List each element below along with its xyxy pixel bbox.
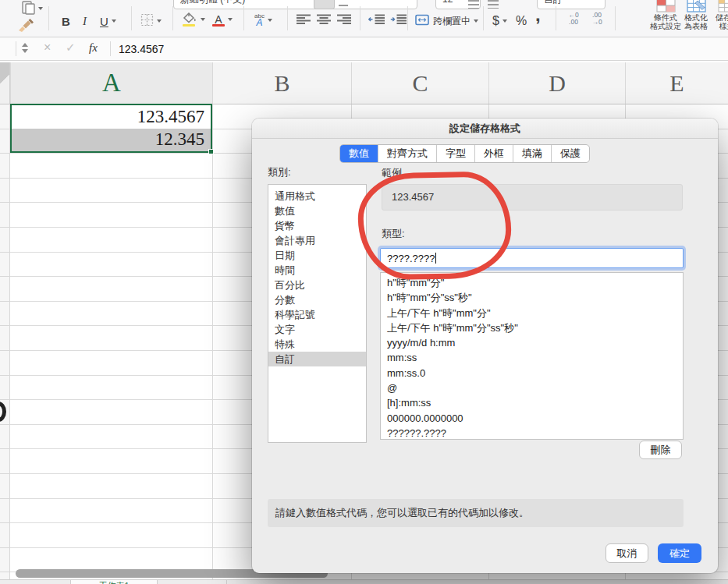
fill-color-button[interactable] bbox=[183, 9, 205, 30]
category-item[interactable]: 日期 bbox=[268, 248, 366, 263]
toolbar-separator bbox=[243, 6, 244, 30]
category-item[interactable]: 自訂 bbox=[268, 352, 366, 366]
increase-indent-button[interactable] bbox=[390, 11, 407, 31]
percent-label: % bbox=[516, 14, 527, 28]
toolbar-separator bbox=[48, 6, 49, 30]
bold-label: B bbox=[62, 15, 70, 28]
category-item[interactable]: 時間 bbox=[268, 263, 366, 278]
vertical-align-icon bbox=[488, 0, 499, 9]
grid-line bbox=[212, 104, 213, 579]
format-code-item[interactable]: [h]:mm:ss bbox=[381, 395, 683, 410]
category-item[interactable]: 數值 bbox=[268, 204, 366, 218]
format-code-item[interactable]: yyyy/m/d h:mm bbox=[381, 335, 683, 350]
format-code-item[interactable]: mm:ss bbox=[381, 350, 683, 365]
format-code-item[interactable]: 000000.0000000 bbox=[381, 411, 683, 426]
cell-styles-button[interactable]: 儲存格 樣式 bbox=[712, 0, 728, 37]
format-cells-dialog: 設定儲存格格式 數值對齊方式字型外框填滿保護 類別: 通用格式數值貨幣會計專用日… bbox=[252, 119, 718, 573]
name-box-stepper[interactable] bbox=[22, 43, 28, 53]
format-as-table-button[interactable]: 格式化 為表格 bbox=[680, 0, 712, 37]
align-center-icon bbox=[317, 14, 331, 28]
formula-input[interactable]: 123.4567 bbox=[119, 43, 164, 55]
delete-button[interactable]: 刪除 bbox=[639, 441, 682, 459]
format-code-item[interactable]: 上午/下午 h"時"mm"分" bbox=[381, 306, 683, 320]
increase-indent-icon bbox=[390, 14, 407, 28]
increase-decimal-button[interactable]: ←0 .00 bbox=[563, 12, 584, 26]
format-code-item[interactable]: h"時"mm"分"ss"秒" bbox=[381, 290, 683, 305]
align-right-button[interactable] bbox=[337, 11, 351, 31]
column-header[interactable]: B bbox=[212, 62, 351, 104]
cut-top-button[interactable] bbox=[314, 0, 335, 9]
category-item[interactable]: 會計專用 bbox=[268, 233, 366, 248]
category-item[interactable]: 分數 bbox=[268, 292, 366, 307]
row-headers[interactable] bbox=[0, 104, 10, 579]
phonetic-guide-button[interactable]: abc A bbox=[254, 10, 272, 30]
currency-format-button[interactable]: $ bbox=[492, 11, 507, 31]
merge-center-button[interactable]: 跨欄置中 bbox=[415, 11, 478, 31]
dialog-tab[interactable]: 填滿 bbox=[513, 145, 552, 162]
fill-handle[interactable] bbox=[208, 149, 214, 154]
align-left-button[interactable] bbox=[297, 11, 311, 31]
borders-icon bbox=[140, 13, 154, 30]
toolbar-separator bbox=[407, 6, 408, 30]
cell-a2[interactable]: 12.345 bbox=[12, 129, 211, 152]
cell-styles-label: 儲存格 bbox=[712, 13, 728, 22]
category-item[interactable]: 貨幣 bbox=[268, 218, 366, 233]
currency-label: $ bbox=[492, 14, 499, 28]
ok-button[interactable]: 確定 bbox=[658, 543, 701, 563]
format-as-table-label: 格式化 bbox=[680, 13, 712, 22]
chevron-down-icon bbox=[474, 19, 478, 23]
align-center-button[interactable] bbox=[317, 11, 331, 31]
text-caret bbox=[435, 253, 436, 264]
category-item[interactable]: 通用格式 bbox=[268, 189, 366, 204]
decrease-indent-button[interactable] bbox=[368, 11, 385, 31]
category-item[interactable]: 科學記號 bbox=[268, 307, 366, 322]
help-text: 請鍵入數值格式代碼，您可以選取已有的代碼加以修改。 bbox=[268, 499, 684, 527]
phonetic-guide-icon: abc A bbox=[254, 13, 265, 27]
type-input[interactable]: ????.???? bbox=[380, 248, 684, 268]
category-item[interactable]: 百分比 bbox=[268, 278, 366, 292]
font-color-button[interactable]: A bbox=[212, 9, 233, 30]
format-code-item[interactable]: 上午/下午 h"時"mm"分"ss"秒" bbox=[381, 320, 683, 335]
format-code-item[interactable]: ??????.???? bbox=[381, 426, 683, 440]
number-format-dropdown[interactable]: 自訂 bbox=[537, 0, 605, 9]
cancel-button[interactable]: 取消 bbox=[605, 543, 648, 563]
dialog-tab[interactable]: 外框 bbox=[475, 145, 513, 162]
underline-button[interactable]: U bbox=[100, 11, 116, 31]
insert-function-button[interactable]: fx bbox=[89, 41, 98, 55]
tab-boundary bbox=[226, 580, 227, 584]
bold-button[interactable]: B bbox=[62, 11, 70, 31]
decrease-decimal-button[interactable]: .00 →0 bbox=[587, 12, 607, 26]
paste-button[interactable] bbox=[22, 1, 43, 16]
column-header[interactable]: A bbox=[10, 62, 212, 104]
borders-button[interactable] bbox=[140, 11, 162, 31]
italic-label: I bbox=[83, 15, 87, 28]
cancel-entry-button[interactable]: × bbox=[44, 41, 51, 55]
select-all-corner[interactable] bbox=[0, 62, 10, 104]
column-header[interactable]: C bbox=[351, 62, 488, 104]
dialog-tab[interactable]: 數值 bbox=[340, 145, 378, 162]
conditional-formatting-button[interactable]: 條件式 格式設定 bbox=[649, 0, 682, 37]
dialog-tab[interactable]: 對齊方式 bbox=[378, 145, 437, 162]
excel-window: 新細明體 (中文) 12 自訂 bbox=[0, 0, 728, 584]
category-item[interactable]: 文字 bbox=[268, 322, 366, 337]
format-painter-button[interactable] bbox=[17, 16, 34, 37]
percent-format-button[interactable]: % bbox=[516, 11, 527, 31]
name-box-divider bbox=[16, 41, 16, 56]
confirm-entry-button[interactable]: ✓ bbox=[66, 41, 76, 55]
phonetic-a-label: A bbox=[254, 19, 265, 27]
cell-a1[interactable]: 123.4567 bbox=[12, 105, 211, 129]
comma-format-button[interactable]: , bbox=[535, 5, 541, 25]
italic-button[interactable]: I bbox=[83, 11, 87, 31]
format-code-item[interactable]: @ bbox=[381, 380, 683, 395]
dialog-tab[interactable]: 字型 bbox=[437, 145, 475, 162]
font-name-combobox[interactable]: 新細明體 (中文) bbox=[173, 0, 417, 9]
format-code-item[interactable]: h"時"mm"分" bbox=[381, 275, 683, 290]
type-label: 類型: bbox=[382, 227, 405, 241]
chevron-down-icon bbox=[268, 19, 272, 22]
category-item[interactable]: 特殊 bbox=[268, 337, 366, 352]
sheet-tab[interactable]: 工作表1 bbox=[70, 580, 158, 584]
column-header[interactable]: D bbox=[488, 62, 625, 104]
column-header[interactable]: E bbox=[625, 62, 728, 104]
format-code-item[interactable]: mm:ss.0 bbox=[381, 366, 683, 380]
dialog-tab[interactable]: 保護 bbox=[552, 145, 589, 162]
